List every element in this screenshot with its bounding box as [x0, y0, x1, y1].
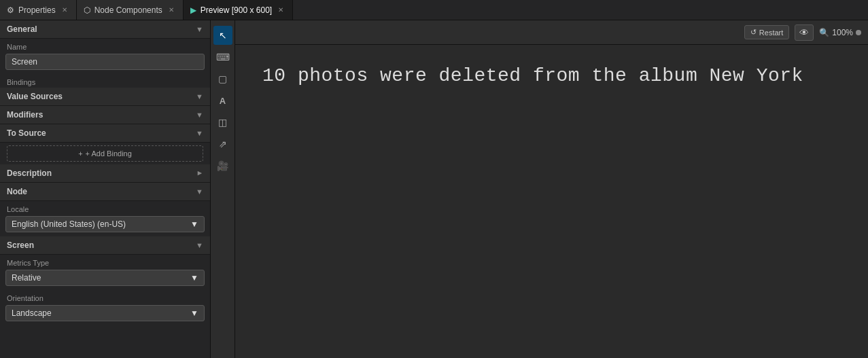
left-panel: General ▼ Name Screen Bindings Value Sou… [0, 20, 211, 358]
text-tool-button[interactable]: A [213, 91, 232, 110]
screen-section-header[interactable]: Screen ▼ [0, 236, 210, 255]
to-source-title: To Source [7, 128, 46, 138]
screen-chevron-icon: ▼ [196, 241, 203, 249]
icon-toolbar: ↖ ⌨ ▢ A ◫ ⇗ 🎥 [211, 20, 235, 358]
preview-play-icon: ▶ [190, 5, 196, 15]
layers-icon: ◫ [218, 117, 227, 128]
camera-tool-button[interactable]: 🎥 [213, 156, 232, 175]
cursor-icon: ↖ [219, 30, 227, 41]
general-chevron-icon: ▼ [196, 25, 203, 33]
orientation-select[interactable]: Landscape ▼ [5, 305, 205, 321]
name-value: Screen [12, 57, 37, 67]
keyboard-icon: ⌨ [216, 52, 230, 62]
value-sources-header[interactable]: Value Sources ▼ [0, 88, 210, 106]
restart-icon: ↺ [750, 28, 757, 37]
metrics-type-label: Metrics Type [0, 255, 210, 268]
metrics-type-chevron-icon: ▼ [190, 273, 198, 283]
orientation-value: Landscape [12, 308, 52, 318]
preview-toolbar: ↺ Restart 👁 🔍 100% [235, 20, 868, 45]
metrics-type-value: Relative [12, 273, 41, 283]
camera-icon: 🎥 [217, 160, 228, 171]
locale-select[interactable]: English (United States) (en-US) ▼ [5, 216, 205, 232]
locale-chevron-icon: ▼ [190, 219, 198, 229]
node-chevron-icon: ▼ [196, 187, 203, 196]
tab-properties-label: Properties [18, 5, 56, 15]
text-icon: A [220, 96, 226, 106]
tab-node-components-label: Node Components [94, 5, 162, 15]
locale-value: English (United States) (en-US) [12, 219, 126, 229]
add-binding-plus-icon: + [78, 149, 82, 158]
tab-node-components[interactable]: ⬡ Node Components ✕ [77, 0, 184, 20]
modifiers-chevron-icon: ▼ [196, 111, 203, 119]
tab-preview-close[interactable]: ✕ [276, 5, 285, 15]
add-binding-button[interactable]: + + Add Binding [7, 145, 203, 162]
tab-node-components-close[interactable]: ✕ [167, 5, 176, 15]
name-input[interactable]: Screen [5, 54, 205, 70]
eye-icon: 👁 [799, 27, 809, 38]
properties-icon: ⚙ [7, 5, 14, 15]
share-icon: ⇗ [219, 139, 227, 149]
value-sources-chevron-icon: ▼ [196, 92, 203, 101]
zoom-dot [856, 30, 861, 35]
select-icon: ▢ [218, 73, 227, 84]
description-chevron-icon: ▼ [196, 170, 204, 177]
description-section-title: Description [7, 168, 52, 178]
tab-bar: ⚙ Properties ✕ ⬡ Node Components ✕ ▶ Pre… [0, 0, 868, 20]
screen-section-title: Screen [7, 240, 34, 250]
main-layout: General ▼ Name Screen Bindings Value Sou… [0, 20, 868, 358]
to-source-chevron-icon: ▼ [196, 129, 203, 137]
restart-label: Restart [759, 29, 783, 37]
tab-preview-label: Preview [900 x 600] [201, 5, 272, 15]
zoom-search-icon: 🔍 [819, 28, 829, 37]
value-sources-title: Value Sources [7, 92, 63, 101]
modifiers-title: Modifiers [7, 110, 43, 120]
add-binding-label: + Add Binding [86, 149, 132, 158]
tab-properties-close[interactable]: ✕ [60, 5, 69, 15]
node-section-title: Node [7, 187, 27, 196]
bindings-label: Bindings [0, 74, 210, 88]
description-section-header[interactable]: Description ▼ [0, 164, 210, 183]
metrics-type-select[interactable]: Relative ▼ [5, 270, 205, 286]
name-label: Name [0, 39, 210, 52]
general-section-header[interactable]: General ▼ [0, 20, 210, 39]
orientation-label: Orientation [0, 290, 210, 304]
to-source-header[interactable]: To Source ▼ [0, 124, 210, 143]
orientation-chevron-icon: ▼ [190, 308, 198, 318]
share-tool-button[interactable]: ⇗ [213, 135, 232, 154]
general-section-title: General [7, 24, 37, 34]
tab-preview[interactable]: ▶ Preview [900 x 600] ✕ [184, 0, 293, 20]
restart-button[interactable]: ↺ Restart [744, 25, 789, 39]
select-tool-button[interactable]: ▢ [213, 69, 232, 88]
zoom-level: 100% [832, 28, 853, 37]
layers-tool-button[interactable]: ◫ [213, 113, 232, 132]
preview-content: 10 photos were deleted from the album Ne… [235, 45, 868, 358]
node-section-header[interactable]: Node ▼ [0, 183, 210, 201]
keyboard-tool-button[interactable]: ⌨ [213, 48, 232, 67]
zoom-display: 🔍 100% [819, 28, 861, 37]
modifiers-header[interactable]: Modifiers ▼ [0, 106, 210, 124]
preview-area: ↺ Restart 👁 🔍 100% 10 photos were delete… [235, 20, 868, 358]
locale-label: Locale [0, 201, 210, 215]
node-components-icon: ⬡ [84, 5, 90, 15]
tab-properties[interactable]: ⚙ Properties ✕ [0, 0, 77, 20]
visibility-button[interactable]: 👁 [795, 24, 814, 41]
preview-text: 10 photos were deleted from the album Ne… [262, 65, 803, 86]
cursor-tool-button[interactable]: ↖ [213, 26, 232, 45]
